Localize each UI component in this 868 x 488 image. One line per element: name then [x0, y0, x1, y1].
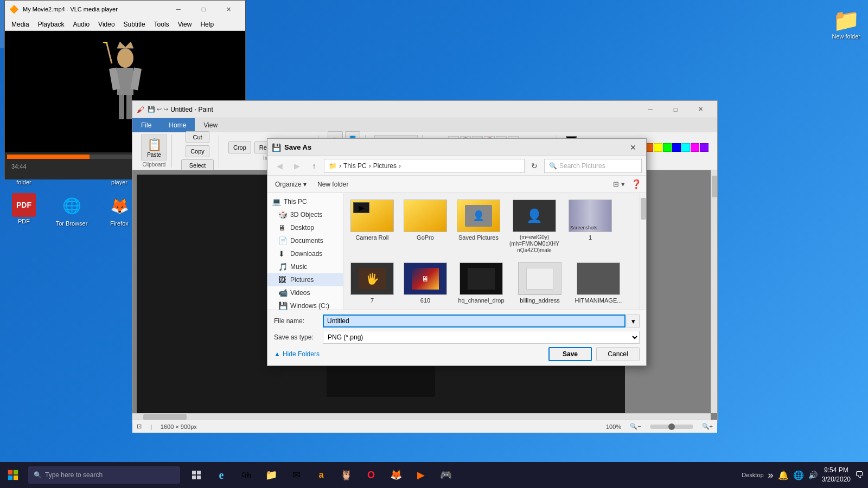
taskbar-store-btn[interactable]: 🛍: [234, 463, 258, 487]
dialog-save-btn[interactable]: Save: [548, 347, 592, 361]
dialog-scrollthumb[interactable]: [641, 198, 646, 220]
file-item-mewlg[interactable]: 👤 (m=ewlG0y)(mh=FMNOM0cXHYnQa4ZO)male: [507, 197, 561, 256]
taskbar-desktop-text[interactable]: Desktop: [742, 472, 763, 478]
file-item-hitman[interactable]: HITMANIMAGE...: [571, 260, 626, 306]
desktop-icon-new-folder-tr[interactable]: 📁 New folder: [828, 4, 864, 43]
color-cyan[interactable]: [681, 143, 690, 152]
dialog-sidebar-documents[interactable]: 📄 Documents: [267, 234, 343, 247]
taskbar-taskview-btn[interactable]: [184, 463, 208, 487]
dialog-close-btn[interactable]: ✕: [624, 140, 642, 155]
taskbar-volume-icon[interactable]: 🔊: [808, 471, 818, 479]
color-purple[interactable]: [700, 143, 709, 152]
vlc-menu-subtitle[interactable]: Subtitle: [119, 18, 150, 31]
file-item-billing[interactable]: billing_address: [513, 260, 567, 306]
file-item-hqchannel[interactable]: hq_channel_drop: [454, 260, 508, 306]
paint-zoom-out-btn[interactable]: 🔍−: [630, 423, 641, 430]
dialog-sidebar-thispc[interactable]: 💻 This PC: [267, 195, 343, 208]
dialog-new-folder-btn[interactable]: New folder: [314, 179, 352, 189]
taskbar-action-center-icon[interactable]: 🗨: [855, 470, 864, 480]
vlc-menu-playback[interactable]: Playback: [34, 18, 69, 31]
dialog-forward-btn[interactable]: ▶: [289, 158, 304, 174]
paint-paste-btn[interactable]: 📋 Paste: [141, 134, 167, 160]
file-item-7[interactable]: 🖐 7: [348, 260, 397, 306]
taskbar-folder-btn[interactable]: 📁: [259, 463, 283, 487]
taskbar-start-btn[interactable]: [0, 462, 26, 488]
dialog-vscrollbar[interactable]: [640, 193, 646, 310]
svg-rect-25: [197, 476, 201, 479]
color-green[interactable]: [663, 143, 672, 152]
vlc-minimize-btn[interactable]: ─: [166, 1, 191, 18]
paint-tab-file[interactable]: File: [132, 118, 160, 132]
vlc-menu-audio[interactable]: Audio: [68, 18, 94, 31]
dialog-search-box[interactable]: 🔍 Search Pictures: [544, 159, 642, 173]
downloads-label: Downloads: [290, 250, 322, 258]
taskbar-notification-icon[interactable]: 🔔: [778, 470, 789, 480]
dialog-refresh-btn[interactable]: ↻: [527, 158, 542, 174]
dialog-path-thispc-label: This PC: [343, 162, 367, 170]
taskbar-chevron-icon[interactable]: »: [768, 470, 774, 481]
dialog-saveastype-select[interactable]: PNG (*.png) JPEG (*.jpg) BMP (*.bmp) GIF…: [323, 331, 640, 344]
file-item-610[interactable]: 🖥 610: [401, 260, 450, 306]
dialog-filename-dropdown-btn[interactable]: ▾: [627, 314, 640, 328]
dialog-cancel-btn[interactable]: Cancel: [596, 347, 640, 361]
vlc-menu-media[interactable]: Media: [7, 18, 34, 31]
dialog-up-btn[interactable]: ↑: [307, 158, 322, 174]
color-blue[interactable]: [672, 143, 681, 152]
taskbar-search-bar[interactable]: 🔍 Type here to search: [28, 466, 180, 484]
file-item-savedpictures[interactable]: 👤 Saved Pictures: [454, 197, 503, 256]
taskbar-tripadvisor-btn[interactable]: 🦉: [334, 463, 358, 487]
vlc-menu-view[interactable]: View: [174, 18, 196, 31]
dialog-organize-btn[interactable]: Organize ▾: [272, 179, 310, 189]
dialog-filename-input[interactable]: [323, 314, 626, 328]
vlc-menu-help[interactable]: Help: [196, 18, 218, 31]
paint-hscrollbar[interactable]: [132, 413, 711, 420]
desktop-icon-pdf[interactable]: PDF PDF: [0, 190, 48, 235]
dialog-help-btn[interactable]: ❓: [631, 179, 642, 189]
file-item-1[interactable]: Screenshots 1: [566, 197, 615, 256]
vlc-menu-video[interactable]: Video: [94, 18, 119, 31]
dialog-path-bar[interactable]: 📁 › This PC › Pictures ›: [324, 159, 525, 173]
paint-vscrollbar[interactable]: [711, 170, 717, 413]
taskbar-amazon-btn[interactable]: a: [309, 463, 333, 487]
paint-cut-btn[interactable]: Cut: [186, 131, 209, 143]
file-item-gopro[interactable]: GoPro: [401, 197, 450, 256]
taskbar-misc-btn[interactable]: 🎮: [434, 463, 458, 487]
color-magenta[interactable]: [691, 143, 699, 152]
paint-maximize-btn[interactable]: □: [663, 101, 688, 118]
taskbar-firefox-btn[interactable]: 🦊: [384, 463, 408, 487]
file-name-hqchannel: hq_channel_drop: [458, 297, 504, 304]
dialog-sidebar-desktop[interactable]: 🖥 Desktop: [267, 221, 343, 234]
taskbar-clock[interactable]: 9:54 PM 3/20/2020: [822, 466, 851, 484]
dialog-hide-folders-btn[interactable]: ▲ Hide Folders: [274, 350, 320, 358]
vlc-menu-tools[interactable]: Tools: [150, 18, 174, 31]
color-yellow[interactable]: [654, 143, 662, 152]
dialog-sidebar-3dobjects[interactable]: 🎲 3D Objects: [267, 208, 343, 221]
dialog-secondary-bar: Organize ▾ New folder ⊞ ▾ ❓: [267, 176, 646, 193]
paint-minimize-btn[interactable]: ─: [638, 101, 663, 118]
dialog-sidebar-pictures[interactable]: 🖼 Pictures: [267, 273, 343, 286]
dialog-path-thispc: 📁: [329, 162, 337, 170]
paint-close-btn[interactable]: ✕: [688, 101, 713, 118]
paint-select-btn[interactable]: Select: [181, 159, 214, 171]
paint-zoom-slider[interactable]: [650, 425, 693, 429]
dialog-sidebar-windowsc[interactable]: 💾 Windows (C:): [267, 299, 343, 310]
taskbar-edge-btn[interactable]: e: [209, 463, 233, 487]
taskbar-vlc-btn[interactable]: ▶: [409, 463, 433, 487]
dialog-sidebar-downloads[interactable]: ⬇ Downloads: [267, 247, 343, 260]
file-item-cameraroll[interactable]: ▶ Camera Roll: [348, 197, 397, 256]
vlc-maximize-btn[interactable]: □: [191, 1, 216, 18]
paint-copy-btn[interactable]: Copy: [186, 145, 209, 157]
dialog-sidebar: 💻 This PC 🎲 3D Objects 🖥 Desktop 📄 Docum…: [267, 193, 343, 310]
taskbar-opera-btn[interactable]: O: [359, 463, 383, 487]
folder-taskbar-icon: 📁: [265, 469, 277, 481]
paint-zoom-in-btn[interactable]: 🔍+: [702, 423, 713, 430]
dialog-view-toggle-btn[interactable]: ⊞ ▾: [611, 177, 627, 191]
dialog-sidebar-videos[interactable]: 📹 Videos: [267, 286, 343, 299]
dialog-back-btn[interactable]: ◀: [272, 158, 287, 174]
desktop-icon-torbrowser[interactable]: 🌐 Tor Browser: [48, 190, 95, 235]
vlc-close-btn[interactable]: ✕: [216, 1, 241, 18]
taskbar-network-icon[interactable]: 🌐: [793, 470, 804, 480]
paint-crop-btn[interactable]: Crop: [228, 142, 251, 153]
taskbar-mail-btn[interactable]: ✉: [284, 463, 308, 487]
dialog-sidebar-music[interactable]: 🎵 Music: [267, 260, 343, 273]
